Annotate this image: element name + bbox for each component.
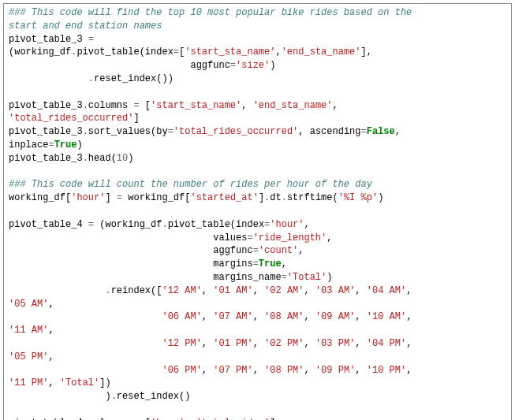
code-text: 'ride_length' (253, 232, 327, 243)
code-text: . (105, 285, 110, 296)
code-text: pivot_table(index (168, 219, 264, 230)
code-text: pivot_table_3 (9, 153, 83, 164)
code-text: . (83, 100, 88, 111)
code-text: , (202, 311, 213, 322)
code-text: = (253, 245, 259, 256)
code-text: '05 AM' (9, 299, 48, 310)
code-text: '03 AM' (315, 285, 355, 296)
code-text: 'end_sta_name' (282, 46, 361, 58)
code-text: = (174, 46, 179, 58)
code-text: , ascending (298, 126, 360, 137)
comment-text: ### This code will count the number of r… (9, 179, 372, 190)
code-text: strftime( (287, 192, 338, 203)
code-text (9, 338, 162, 349)
code-text: 'end_sta_name' (253, 100, 333, 111)
code-text: , (298, 245, 304, 256)
code-text: sort_values(by (88, 126, 168, 137)
code-text: , (253, 311, 264, 322)
code-text (9, 365, 162, 376)
code-text: 10 (117, 153, 128, 164)
code-text: (working_df (9, 46, 71, 58)
code-text: 'count' (259, 245, 298, 256)
code-text: , (253, 285, 264, 296)
code-text: pivot_table_3 (9, 34, 88, 45)
code-text: , (48, 299, 54, 310)
code-text (9, 73, 88, 84)
code-text: '06 AM' (162, 311, 201, 322)
code-text: reset_index() (117, 391, 191, 402)
code-text: '11 PM' (9, 377, 48, 388)
code-text: margins (9, 258, 253, 269)
code-text: '04 PM' (367, 338, 406, 349)
code-text: , (406, 311, 412, 322)
code-text: '08 AM' (264, 311, 304, 322)
code-text: '08 PM' (264, 365, 304, 376)
code-text: , (406, 285, 412, 296)
code-text (9, 285, 105, 296)
code-text: = (88, 219, 94, 230)
code-text: [ (140, 100, 151, 111)
code-text: , (253, 365, 264, 376)
code-text: '12 AM' (162, 285, 201, 296)
code-text: '09 AM' (315, 311, 355, 322)
code-text: . (83, 126, 88, 137)
code-text: 'start_sta_name' (185, 46, 275, 58)
code-text: 'Total' (287, 272, 327, 283)
code-text: , (304, 285, 315, 296)
code-text: ], (361, 46, 372, 58)
code-text: , (202, 285, 213, 296)
code-text: True (54, 139, 77, 151)
code-text: = (253, 258, 259, 269)
code-text: '03 PM' (315, 338, 355, 349)
code-text: 'size' (236, 60, 270, 71)
code-text: pivot_table(index (77, 46, 173, 58)
code-text: , (48, 377, 59, 388)
code-text: = (230, 60, 236, 71)
code-text: = (282, 272, 287, 283)
code-text: columns (88, 100, 134, 111)
code-text: = (247, 232, 252, 243)
code-text: , (406, 365, 412, 376)
code-text: , (241, 100, 252, 111)
code-text: 'total_rides_occurred' (9, 113, 133, 124)
code-text: aggfunc (9, 245, 253, 256)
code-text: , (355, 365, 366, 376)
code-text: . (83, 153, 88, 164)
code-text: , (48, 351, 54, 362)
code-text: pivot_table_3 (9, 126, 83, 137)
code-text: = (168, 126, 174, 137)
code-text: '06 PM' (162, 365, 201, 376)
code-text: values (9, 232, 247, 243)
code-text: , (304, 338, 315, 349)
code-text: = (48, 139, 54, 151)
code-block: ### This code will find the top 10 most … (3, 3, 512, 420)
code-text: , (275, 46, 281, 58)
code-text: '07 AM' (213, 311, 252, 322)
code-text: '09 PM' (315, 365, 355, 376)
code-text: ]) (99, 377, 110, 388)
code-text: 'started_at' (190, 192, 258, 203)
code-text: working_df[ (9, 192, 71, 203)
code-text: , (395, 126, 401, 137)
code-text: head( (88, 153, 117, 164)
code-text: , (48, 325, 54, 336)
code-text: False (367, 126, 395, 137)
code-text: inplace (9, 139, 48, 151)
code-text: , (355, 285, 366, 296)
code-text: '05 PM' (9, 351, 48, 362)
code-text: , (355, 338, 366, 349)
code-text: ) (378, 192, 383, 203)
code-text: ) (128, 153, 133, 164)
code-text: '%I %p' (338, 192, 378, 203)
code-text: , (355, 311, 366, 322)
code-text: ] (133, 113, 139, 124)
code-text: = (361, 126, 367, 137)
comment-text: ### This code will find the top 10 most … (9, 7, 412, 32)
code-text: ) (9, 391, 111, 402)
code-text: 'start_sta_name' (151, 100, 241, 111)
code-text: working_df[ (122, 192, 190, 203)
code-text: '07 PM' (213, 365, 252, 376)
code-text: , (202, 338, 213, 349)
code-text: ] (105, 192, 116, 203)
code-text: dt (270, 192, 281, 203)
